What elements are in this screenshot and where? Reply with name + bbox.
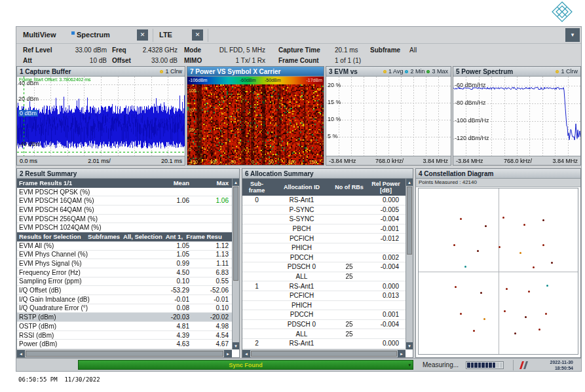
power-spectrum-title-bar[interactable]: 5 Power Spectrum 1 Clrw [453, 67, 580, 77]
table-row[interactable]: I/Q Gain Imbalance (dB)-0.01-0.01 [17, 295, 232, 304]
scroll-up-icon[interactable]: ▲ [233, 179, 239, 186]
table-row[interactable]: 2RS-Ant10.000 [242, 339, 406, 349]
table-row[interactable]: PBCH-0.001 [242, 224, 406, 234]
result-summary-title-bar[interactable]: 2 Result Summary [17, 169, 239, 179]
mimo-value[interactable]: 1 Tx/ 1 Rx [204, 57, 265, 64]
table-row[interactable]: PDCCH0.001 [242, 310, 406, 320]
scroll-down-icon[interactable]: ▼ [406, 342, 413, 349]
table-row[interactable]: 1RS-Ant10.000 [242, 281, 406, 291]
tab-multiview[interactable]: MultiView [23, 31, 56, 39]
trace-legend-label[interactable]: 1 Clrw [165, 68, 182, 75]
table-row[interactable]: RSTP (dBm)-20.03-20.02 [17, 313, 232, 322]
table-cell: EVM PDSCH QPSK (%) [17, 188, 152, 196]
allocation-summary-title-bar[interactable]: 6 Allocation Summary [242, 169, 413, 179]
scroll-left-icon[interactable]: ◄ [242, 350, 250, 357]
table-cell: -0.012 [366, 235, 406, 242]
table-row[interactable]: OSTP (dBm)4.814.98 [17, 322, 232, 331]
table-row[interactable]: P-SYNC-0.005 [242, 205, 406, 215]
panel-power-vs-symbol-carrier: 7 Power VS Symbol X Carrier -106dBm -60d… [187, 66, 324, 166]
capture-buffer-graph[interactable]: Frame Start Offset: 3.78062402 ms 40 dBm… [17, 77, 185, 156]
table-row[interactable]: 0RS-Ant10.000 [242, 196, 406, 205]
ref-level-value[interactable]: 33.00 dBm [56, 46, 107, 54]
close-lte-tab-button[interactable]: ✕ [192, 29, 203, 41]
scrollbar-thumb[interactable] [251, 351, 397, 357]
tab-lte[interactable]: LTE [159, 31, 172, 39]
table-row[interactable]: S-SYNC-0.004 [242, 215, 406, 224]
table-row[interactable]: EVM PDSCH 1024QAM (%) [17, 223, 232, 232]
table-row[interactable]: EVM Phys Channel (%)1.051.13 [17, 251, 232, 260]
tab-spectrum[interactable]: Spectrum [77, 31, 110, 39]
table-row[interactable]: EVM PDSCH 64QAM (%) [17, 205, 232, 215]
scrollbar-thumb[interactable] [233, 187, 238, 281]
rohde-schwarz-diamond-logo [552, 1, 573, 22]
table-row[interactable]: PHICH [242, 301, 406, 311]
table-cell: 4.81 [152, 323, 193, 330]
capture-time-value[interactable]: 20.1 ms [335, 46, 358, 54]
sync-dropdown-icon[interactable]: ▾ [408, 363, 411, 368]
panel-title: 5 Power Spectrum [456, 68, 513, 75]
mode-value[interactable]: DL FDD, 5 MHz [204, 46, 265, 54]
table-row[interactable]: PCFICH0.013 [242, 291, 406, 301]
scrollbar-thumb[interactable] [26, 351, 223, 357]
scroll-up-icon[interactable]: ▲ [406, 179, 413, 186]
table-header-cell: Max [193, 179, 232, 187]
table-cell: -0.004 [366, 215, 406, 223]
table-row[interactable]: Frequency Error (Hz)4.506.83 [17, 268, 232, 277]
table-row[interactable]: I/Q Offset (dB)-53.29-52.06 [17, 286, 232, 295]
screen: MultiView Spectrum ✕ LTE ✕ ▾ Ref Level 3… [0, 0, 585, 392]
frame-count-value[interactable]: 1 of 1 (1) [335, 57, 361, 64]
allocation-summary-horizontal-scrollbar[interactable]: ◄ ► [242, 349, 406, 357]
result-summary-horizontal-scrollbar[interactable]: ◄ ► [17, 349, 232, 357]
table-row[interactable]: RSSI (dBm)4.394.54 [17, 331, 232, 340]
table-row[interactable]: EVM All (%)1.051.12 [17, 241, 232, 251]
table-row[interactable]: EVM PDSCH 256QAM (%) [17, 215, 232, 224]
table-cell: PHICH [271, 244, 332, 251]
trace-legend-label[interactable]: 3 Max [432, 68, 448, 75]
table-row[interactable]: Power (dBm)4.634.67 [17, 340, 232, 349]
scroll-right-icon[interactable]: ► [398, 350, 406, 357]
table-cell: PDSCH 0 [271, 321, 332, 328]
scroll-down-icon[interactable]: ▼ [233, 342, 239, 349]
constellation-title-bar[interactable]: 4 Constellation Diagram [416, 169, 580, 179]
power-spectrum-graph[interactable]: -60 dBm/Hz -80 dBm/Hz -100 dBm/Hz -120 d… [453, 77, 580, 156]
trace-legend: 1 Avg2 Min3 Max [383, 68, 448, 75]
evm-graph[interactable]: 20 % 15 % 10 % 5 % [326, 77, 451, 156]
tab-overflow-dropdown-button[interactable]: ▾ [565, 28, 580, 42]
table-cell: 4.67 [193, 340, 232, 347]
power-vs-symbol-title-bar[interactable]: 7 Power VS Symbol X Carrier [187, 67, 324, 77]
table-cell: 1.06 [152, 197, 193, 204]
evm-title-bar[interactable]: 3 EVM vs 1 Avg2 Min3 Max [326, 67, 451, 77]
table-row[interactable]: I/Q Quadrature Error (°)0.080.10 [17, 304, 232, 313]
power-vs-symbol-heatmap[interactable]: 105 70 35 0 -150 -100 -50 0 50 100 150 [187, 84, 324, 165]
capture-buffer-title-bar[interactable]: 1 Capture Buffer 1 Clrw [17, 67, 185, 77]
table-row[interactable]: PCFICH-0.012 [242, 234, 406, 243]
trace-legend-label[interactable]: 2 Min [410, 68, 425, 75]
allocation-summary-vertical-scrollbar[interactable]: ▲ ▼ [406, 179, 413, 349]
table-row[interactable]: PHICH [242, 243, 406, 253]
att-value[interactable]: 10 dB [56, 57, 107, 64]
trace-legend-label[interactable]: 1 Avg [388, 68, 403, 75]
constellation-vertical-axis [499, 188, 499, 354]
subframe-value[interactable]: All [409, 46, 417, 54]
scroll-right-icon[interactable]: ► [224, 350, 232, 357]
scroll-left-icon[interactable]: ◄ [17, 350, 25, 357]
panel-title: 2 Result Summary [20, 170, 77, 177]
result-summary-vertical-scrollbar[interactable]: ▲ ▼ [232, 179, 239, 349]
constellation-graph[interactable] [418, 188, 578, 355]
close-spectrum-tab-button[interactable]: ✕ [137, 29, 148, 41]
table-row[interactable]: PDSCH 025-0.004 [242, 262, 406, 272]
scrollbar-thumb[interactable] [407, 187, 412, 255]
y-axis-label: 5 % [328, 133, 338, 139]
table-row[interactable]: EVM Phys Signal (%)0.991.11 [17, 259, 232, 268]
freq-value[interactable]: 2.4328 GHz [128, 46, 178, 54]
table-row[interactable]: EVM PDSCH 16QAM (%)1.061.06 [17, 196, 232, 205]
table-row[interactable]: PDCCH0.002 [242, 253, 406, 263]
table-row[interactable]: ALL25 [242, 272, 406, 282]
table-row[interactable]: EVM PDSCH QPSK (%) [17, 188, 232, 197]
table-cell: PCFICH [271, 235, 332, 242]
trace-legend-label[interactable]: 1 Clrw [561, 68, 578, 75]
table-row[interactable]: ALL25 [242, 329, 406, 339]
table-row[interactable]: Sampling Error (ppm)0.100.55 [17, 277, 232, 287]
offset-value[interactable]: 33.00 dB [128, 57, 178, 64]
table-row[interactable]: PDSCH 025-0.004 [242, 320, 406, 330]
